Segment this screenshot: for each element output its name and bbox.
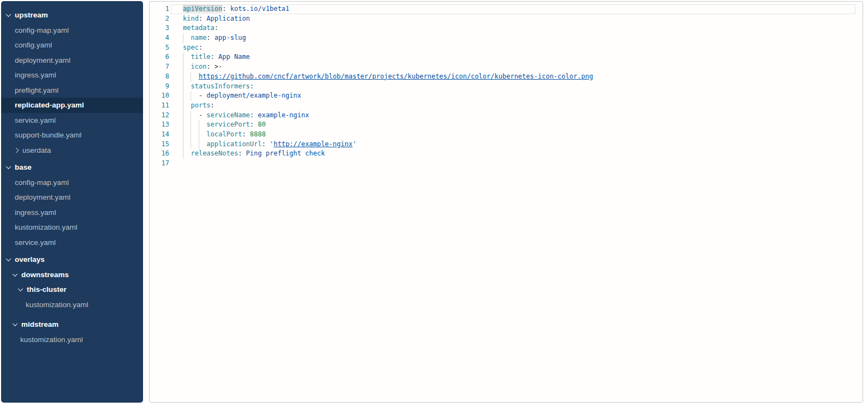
code-token: : bbox=[242, 130, 249, 138]
code-link[interactable]: http://example-nginx bbox=[274, 140, 353, 148]
chevron-down-icon bbox=[18, 286, 23, 291]
sidebar-file-replicated-app-yaml[interactable]: replicated-app.yaml bbox=[1, 98, 143, 113]
sidebar-file-ingress-yaml[interactable]: ingress.yaml bbox=[1, 68, 143, 83]
code-token: 8888 bbox=[250, 130, 266, 138]
code-text: applicationUrl: 'http://example-nginx' bbox=[183, 140, 356, 149]
code-token: : bbox=[199, 15, 206, 22]
sidebar-file-config-yaml[interactable]: config.yaml bbox=[1, 38, 143, 53]
code-line[interactable]: 11 ports: bbox=[150, 101, 863, 111]
sidebar-folder-overlays[interactable]: overlays bbox=[1, 252, 143, 267]
code-line[interactable]: 4 name: app-slug bbox=[150, 33, 863, 43]
line-number: 11 bbox=[150, 101, 169, 111]
sidebar-folder-midstream[interactable]: midstream bbox=[1, 317, 143, 332]
line-number: 12 bbox=[150, 111, 169, 121]
sidebar-file-service-yaml[interactable]: service.yaml bbox=[1, 113, 143, 128]
sidebar-file-deployment-yaml[interactable]: deployment.yaml bbox=[1, 190, 143, 205]
sidebar-file-deployment-yaml[interactable]: deployment.yaml bbox=[1, 53, 143, 68]
code-token: : bbox=[206, 63, 214, 70]
code-token: : bbox=[211, 101, 215, 109]
code-token: : bbox=[211, 53, 218, 61]
code-token bbox=[183, 53, 191, 61]
code-text: localPort: 8888 bbox=[183, 130, 266, 140]
code-line[interactable]: 5spec: bbox=[150, 43, 863, 53]
chevron-down-icon bbox=[13, 321, 18, 326]
tree-item-label: deployment.yaml bbox=[15, 193, 70, 201]
indent-guide-line bbox=[183, 91, 183, 101]
code-line[interactable]: 15 applicationUrl: 'http://example-nginx… bbox=[150, 140, 863, 149]
tree-item-label: support-bundle.yaml bbox=[15, 131, 81, 139]
indent-guide-line bbox=[183, 111, 183, 121]
code-line[interactable]: 3metadata: bbox=[150, 23, 863, 33]
code-token bbox=[183, 140, 206, 148]
chevron-down-icon bbox=[6, 164, 11, 169]
sidebar-file-ingress-yaml[interactable]: ingress.yaml bbox=[1, 205, 143, 220]
tree-item-label: config-map.yaml bbox=[15, 178, 69, 187]
code-token: serviceName bbox=[206, 111, 249, 119]
sidebar-folder-userdata[interactable]: userdata bbox=[1, 143, 143, 158]
indent-guide-line bbox=[183, 82, 183, 92]
indent-guide-line bbox=[183, 62, 183, 72]
chevron-down-icon bbox=[13, 271, 18, 277]
file-tree: upstreamconfig-map.yamlconfig.yamldeploy… bbox=[1, 8, 143, 347]
sidebar-file-kustomization-yaml[interactable]: kustomization.yaml bbox=[1, 297, 143, 313]
code-token: - bbox=[183, 92, 206, 99]
sidebar-file-preflight-yaml[interactable]: preflight.yaml bbox=[1, 83, 143, 98]
code-line[interactable]: 16 releaseNotes: Ping preflight check bbox=[150, 149, 863, 159]
sidebar-file-service-yaml[interactable]: service.yaml bbox=[1, 235, 143, 250]
code-line[interactable]: 7 icon: >- bbox=[150, 62, 863, 72]
indent-guide-line bbox=[199, 130, 199, 140]
code-token: applicationUrl bbox=[206, 140, 261, 148]
indent-guide-line bbox=[191, 130, 191, 140]
sidebar-file-kustomization-yaml[interactable]: kustomization.yaml bbox=[1, 332, 143, 348]
chevron-right-icon bbox=[14, 147, 19, 153]
sidebar-folder-base[interactable]: base bbox=[1, 160, 143, 175]
code-link[interactable]: https://github.com/cncf/artwork/blob/mas… bbox=[199, 73, 593, 80]
tree-item-label: upstream bbox=[15, 11, 48, 19]
code-token: ports bbox=[191, 101, 210, 109]
code-token: ' bbox=[353, 140, 356, 148]
code-token: localPort bbox=[206, 130, 242, 138]
code-token: : bbox=[222, 5, 230, 13]
code-token: kind bbox=[183, 15, 199, 22]
code-token bbox=[183, 82, 191, 90]
sidebar-folder-this-cluster[interactable]: this-cluster bbox=[1, 282, 143, 297]
code-line[interactable]: 1apiVersion: kots.io/v1beta1 bbox=[150, 4, 863, 14]
code-token bbox=[183, 130, 206, 138]
line-number: 7 bbox=[150, 62, 169, 72]
indent-guide-line bbox=[183, 72, 183, 82]
sidebar-file-support-bundle-yaml[interactable]: support-bundle.yaml bbox=[1, 128, 143, 143]
code-text: statusInformers: bbox=[183, 82, 254, 92]
indent-guide-line bbox=[183, 130, 183, 140]
code-text: title: App Name bbox=[183, 52, 250, 62]
code-line[interactable]: 12 - serviceName: example-nginx bbox=[150, 111, 863, 121]
code-token: app-slug bbox=[215, 34, 246, 41]
code-line[interactable]: 8 https://github.com/cncf/artwork/blob/m… bbox=[150, 72, 863, 82]
tree-item-label: ingress.yaml bbox=[15, 208, 56, 217]
code-line[interactable]: 14 localPort: 8888 bbox=[150, 130, 863, 140]
code-line[interactable]: 13 servicePort: 80 bbox=[150, 120, 863, 130]
code-token: Application bbox=[206, 15, 249, 22]
code-line[interactable]: 10 - deployment/example-nginx bbox=[150, 91, 863, 101]
sidebar-folder-upstream[interactable]: upstream bbox=[1, 8, 143, 23]
code-line[interactable]: 17 bbox=[150, 159, 863, 169]
tree-item-label: kustomization.yaml bbox=[15, 223, 78, 231]
code-token: Ping preflight check bbox=[246, 149, 325, 157]
code-token: servicePort bbox=[206, 121, 249, 128]
sidebar-file-config-map-yaml[interactable]: config-map.yaml bbox=[1, 175, 143, 190]
sidebar-file-config-map-yaml[interactable]: config-map.yaml bbox=[1, 23, 143, 38]
chevron-down-icon bbox=[6, 256, 11, 261]
code-line[interactable]: 6 title: App Name bbox=[150, 52, 863, 62]
code-line[interactable]: 9 statusInformers: bbox=[150, 82, 863, 92]
tree-item-label: base bbox=[15, 163, 32, 171]
line-number: 16 bbox=[150, 149, 169, 159]
code-line[interactable]: 2kind: Application bbox=[150, 14, 863, 24]
code-area[interactable]: 1apiVersion: kots.io/v1beta12kind: Appli… bbox=[150, 2, 863, 402]
sidebar-file-kustomization-yaml[interactable]: kustomization.yaml bbox=[1, 220, 143, 235]
code-token: App Name bbox=[218, 53, 250, 61]
line-number: 3 bbox=[150, 23, 169, 33]
tree-item-label: downstreams bbox=[21, 271, 69, 279]
code-text: metadata: bbox=[183, 23, 218, 33]
indent-guide-line bbox=[191, 72, 191, 82]
line-number: 6 bbox=[150, 52, 169, 62]
sidebar-folder-downstreams[interactable]: downstreams bbox=[1, 267, 143, 283]
